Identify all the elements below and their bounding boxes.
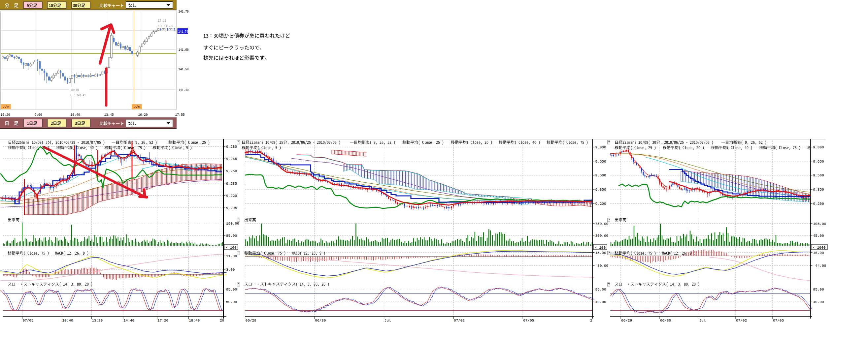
svg-text:45.00: 45.00 [813,234,824,238]
svg-text:07/05: 07/05 [523,318,534,323]
svg-text:7/5: 7/5 [134,105,140,109]
svg-text:10:40: 10:40 [70,88,79,92]
svg-text:07/02: 07/02 [736,318,747,323]
svg-text:× 1000: × 1000 [812,246,826,250]
svg-text:141.40: 141.40 [179,88,189,92]
svg-text:06/30: 06/30 [660,318,671,323]
svg-text:17:10: 17:10 [158,19,166,23]
svg-text:14:40: 14:40 [123,318,134,323]
svg-text:-44.00: -44.00 [813,264,827,268]
svg-text:9,200: 9,200 [595,202,606,206]
svg-text:17:55: 17:55 [175,113,185,117]
svg-text:18:40: 18:40 [189,318,200,323]
svg-text:Jul: Jul [699,318,706,323]
svg-text:9,650: 9,650 [813,160,824,164]
svg-text:13:20: 13:20 [92,318,103,323]
svg-text:300.00: 300.00 [595,234,609,238]
svg-text:07/05: 07/05 [773,318,784,323]
svg-text:× 100: × 100 [595,246,606,250]
svg-text:11.00: 11.00 [226,254,237,258]
svg-text:× 100: × 100 [226,246,237,250]
svg-text:141.70: 141.70 [178,30,188,34]
svg-text:07/02: 07/02 [454,318,465,323]
svg-text:9,250: 9,250 [226,169,237,173]
svg-text:7/2: 7/2 [3,105,9,109]
svg-text:190.00: 190.00 [226,222,239,226]
svg-text:9,350: 9,350 [595,188,606,192]
svg-text:9,200: 9,200 [813,202,824,206]
svg-text:06/29: 06/29 [246,318,256,323]
svg-text:16:20: 16:20 [138,113,148,117]
svg-text:141.50: 141.50 [179,67,189,71]
svg-text:10:40: 10:40 [62,318,73,323]
svg-text:06/30: 06/30 [315,318,326,323]
svg-text:17:20: 17:20 [157,318,168,323]
svg-text:06/29: 06/29 [621,318,632,323]
svg-text:9,280: 9,280 [226,145,237,149]
svg-text:9,350: 9,350 [813,188,824,192]
svg-text:50.00: 50.00 [226,300,237,304]
svg-text:07/05: 07/05 [23,318,33,323]
svg-text:9,205: 9,205 [226,206,237,210]
svg-text:10:40: 10:40 [71,113,80,117]
svg-text:H : 141.72: H : 141.72 [158,24,173,28]
svg-text:9,800: 9,800 [813,145,824,149]
svg-text:141.60: 141.60 [179,48,189,52]
svg-text:95.00: 95.00 [226,287,237,292]
svg-text:9,265: 9,265 [226,157,237,161]
svg-text:750.00: 750.00 [595,222,609,226]
svg-text:9:00: 9:00 [35,113,42,117]
svg-text:95.00: 95.00 [813,287,824,292]
svg-text:16:20: 16:20 [1,113,10,117]
svg-text:Jul: Jul [384,318,391,323]
svg-text:-30.00: -30.00 [595,264,609,268]
svg-text:9,800: 9,800 [595,145,606,149]
svg-text:13:45: 13:45 [104,113,114,117]
svg-text:40.00: 40.00 [813,300,824,304]
svg-text:105.00: 105.00 [813,222,827,226]
svg-text:3.00: 3.00 [226,268,235,272]
svg-text:15.00: 15.00 [595,251,606,255]
svg-text:95.00: 95.00 [595,287,606,292]
svg-text:9,220: 9,220 [226,194,237,198]
svg-text:9,500: 9,500 [595,173,606,177]
svg-text:2: 2 [590,318,592,323]
svg-text:141.79: 141.79 [179,9,189,13]
svg-text:85.00: 85.00 [226,234,237,238]
svg-text:9,500: 9,500 [813,173,824,177]
svg-text:L : 141.41: L : 141.41 [70,93,86,97]
svg-text:20: 20 [220,318,224,323]
svg-text:40.00: 40.00 [595,300,606,304]
svg-text:16.00: 16.00 [813,251,824,255]
svg-text:9,235: 9,235 [226,182,237,185]
svg-text:9,650: 9,650 [595,160,606,164]
